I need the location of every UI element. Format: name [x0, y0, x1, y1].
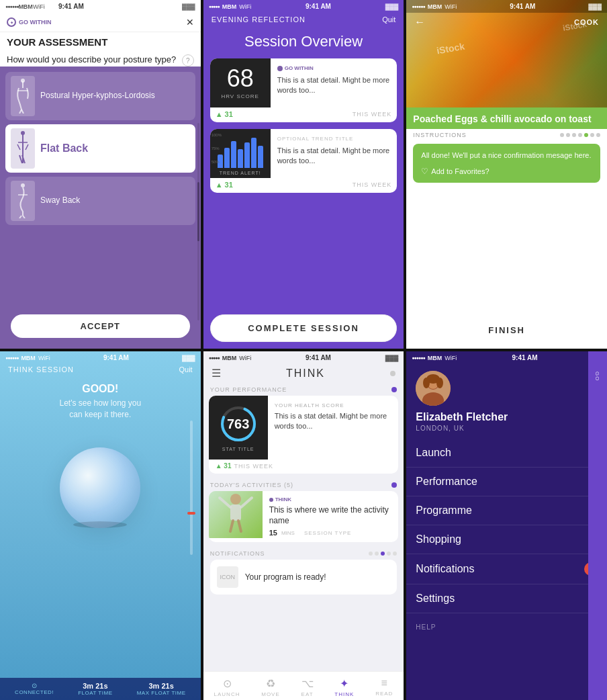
phone5-notif-dot-5 — [393, 552, 397, 556]
phone3-hero-image-area: ●●●●●● MBM WiFi 9:41 AM ▓▓▓ iStock iStoc… — [406, 0, 607, 107]
phone1-question-text: How would you describe your posture type… — [7, 54, 176, 66]
phone3-cook-label: COOK — [574, 18, 599, 26]
phone6-menu-performance[interactable]: Performance — [406, 468, 607, 496]
phone4-level-slider[interactable] — [190, 421, 193, 555]
phone3-dot-3 — [572, 133, 576, 137]
phone6-carrier: MBM — [428, 355, 442, 361]
phone5-menu-icon[interactable]: ☰ — [212, 367, 221, 380]
phone6-menu-launch[interactable]: Launch — [406, 439, 607, 468]
phone5-think-icon: ✦ — [340, 677, 348, 690]
phone5-notif-label: NOTIFICATIONS — [210, 550, 265, 557]
phone5-launch-label: LAUNCH — [214, 691, 240, 697]
phone1-scrollbar — [197, 123, 199, 320]
phone1-gowithin-logo: ✦ GO WITHIN — [7, 17, 52, 27]
phone6-launch-label: Launch — [416, 447, 451, 459]
phone4-good-message: GOOD! Let's see how long you can keep it… — [0, 376, 201, 425]
phone4-quit-btn[interactable]: Quit — [179, 365, 192, 374]
phone3-favorites-row[interactable]: ♡ Add to Favorites? — [421, 167, 592, 176]
phone2-bar-6 — [251, 138, 256, 168]
phone2-hrv-label: HRV SCORE — [221, 93, 259, 99]
phone2-status-bar: ●●●●● MBM WiFi 9:41 AM ▓▓▓ — [203, 0, 404, 13]
phone2-time: 9:41 AM — [306, 3, 331, 10]
phone6-signal: ●●●●●● — [412, 355, 424, 360]
phone3-carrier: MBM — [428, 3, 442, 10]
phone3-back-icon[interactable]: ← — [414, 16, 425, 28]
phone5-activity-session-type: SESSION TYPE — [304, 530, 352, 536]
phone4-bubble-shape — [60, 447, 140, 528]
phone1-gowithin-label: GO WITHIN — [19, 19, 52, 26]
phone3-dot-6 — [590, 133, 594, 137]
phone3-green-bar: Poached Eggs & chilli avocado on toast — [406, 107, 607, 129]
phone3-dot-1 — [560, 133, 564, 137]
phone1-swayback-image — [11, 181, 35, 221]
phone1-info-icon[interactable]: ? — [182, 54, 194, 67]
phone6-menu-notifications[interactable]: Notifications 9 — [406, 554, 607, 584]
phone6-user-location: LONDON, UK — [416, 425, 598, 432]
phone6-menu-programme[interactable]: Programme — [406, 496, 607, 525]
phone5-nav-move[interactable]: ♻ MOVE — [261, 677, 280, 697]
phone5-carrier: MBM — [222, 355, 237, 361]
phone2-complete-session-button[interactable]: COMPLETE SESSION — [210, 314, 398, 342]
phone5-activity-figure — [216, 491, 256, 538]
phone2-hrv-card: 68 HRV SCORE GO WITHIN This is a stat de… — [210, 58, 398, 122]
phone6-menu-shopping[interactable]: Shopping — [406, 525, 607, 554]
phone3-finish-button[interactable]: FINISH — [413, 317, 600, 343]
phone5-circle-number-overlay: 763 — [218, 404, 259, 444]
phone6-right-panel: GO — [588, 351, 607, 700]
phone2-nav: EVENING REFLECTION Quit — [203, 13, 404, 28]
svg-point-1 — [21, 79, 25, 83]
phone2-chart-footer: ▲ 31 THIS WEEK — [210, 178, 398, 193]
phone6-menu-settings[interactable]: Settings — [406, 584, 607, 613]
phone4-good-title: GOOD! — [13, 383, 187, 395]
phone6-user-name: Elizabeth Fletcher — [416, 411, 598, 423]
phone5-activities-label: TODAY'S ACTIVITIES (5) — [210, 482, 293, 488]
phone5-think-label: THINK — [334, 691, 354, 697]
phone2-chart-y-labels: 100% 75% 50% — [212, 133, 222, 164]
phone3-time: 9:41 AM — [510, 3, 535, 10]
phone5-notif-text: Your program is ready! — [245, 572, 326, 582]
phone2-chart-card: 100% 75% 50% TREND ALERT! OPTIONAL TREND… — [210, 129, 398, 193]
phone5-health-score-label: YOUR HEALTH SCORE — [275, 402, 392, 408]
phone6-performance-label: Performance — [416, 476, 477, 488]
phone5-activity-mins: 15 — [269, 529, 277, 537]
phone5-nav-launch[interactable]: ⊙ LAUNCH — [214, 677, 240, 697]
phone2-nav-title: EVENING REFLECTION — [212, 15, 306, 24]
phone3-confirmation-text: All done! We'll put a nice confirmation … — [421, 150, 592, 161]
phone5-perf-right: YOUR HEALTH SCORE This is a stat detail.… — [268, 396, 399, 460]
phone5-performance-label: YOUR PERFORMANCE — [210, 386, 287, 393]
phone2-y-label-2: 75% — [212, 146, 222, 150]
phone1-option-flatback[interactable]: Flat Back — [5, 124, 195, 173]
phone1-option-swayback[interactable]: Sway Back — [5, 177, 195, 225]
phone2-optional-title: OPTIONAL TREND TITLE — [277, 136, 391, 142]
phone3-dot-4 — [578, 133, 582, 137]
svg-line-8 — [19, 155, 22, 163]
phone4-float-time-label: FLOAT TIME — [78, 690, 112, 696]
phone2-gowithin-badge: GO WITHIN — [277, 65, 391, 71]
phone2-bar-7 — [258, 146, 263, 168]
phone5-stat-title: STAT TITLE — [222, 447, 254, 451]
phone5-notif-icon: ICON — [217, 566, 238, 588]
phone-4-think-session: ●●●●●● MBM WiFi 9:41 AM ▓▓▓ THINK SESSIO… — [0, 351, 201, 700]
phone5-activity-name: This is where we write the activity name — [269, 505, 392, 526]
phone5-activities-dot — [391, 482, 397, 488]
phone2-gowithin-text: GO WITHIN — [285, 65, 314, 71]
phone4-carrier: MBM — [21, 355, 36, 361]
phone2-gowithin-dot — [277, 66, 283, 71]
svg-point-29 — [423, 378, 430, 388]
phone1-close-btn[interactable]: ✕ — [186, 17, 194, 28]
phone3-instructions-row: INSTRUCTIONS — [406, 129, 607, 140]
phone5-nav-think[interactable]: ✦ THINK — [334, 677, 354, 697]
phone-1-assessment: ●●●●●● MBM WiFi 9:41 AM ▓▓▓ ✦ GO WITHIN … — [0, 0, 201, 349]
phone2-battery: ▓▓▓ — [385, 3, 399, 10]
phone1-option-postural[interactable]: Postural Hyper-kyphos-Lordosis — [5, 72, 195, 120]
phone6-menu: Launch Performance Programme Shopping No… — [406, 439, 607, 613]
phone5-nav-read[interactable]: ≡ READ — [375, 677, 393, 697]
phone2-quit-btn[interactable]: Quit — [382, 15, 395, 24]
phone2-bar-5 — [244, 142, 250, 168]
phone3-battery: ▓▓▓ — [588, 3, 602, 10]
phone5-activity-meta: 15 MINS SESSION TYPE — [269, 529, 392, 537]
phone5-activity-card: THINK This is where we write the activit… — [209, 491, 399, 542]
phone3-step-dots — [560, 133, 600, 137]
phone1-accept-button[interactable]: ACCEPT — [11, 314, 190, 338]
phone5-nav-eat[interactable]: ⌥ EAT — [301, 677, 314, 697]
